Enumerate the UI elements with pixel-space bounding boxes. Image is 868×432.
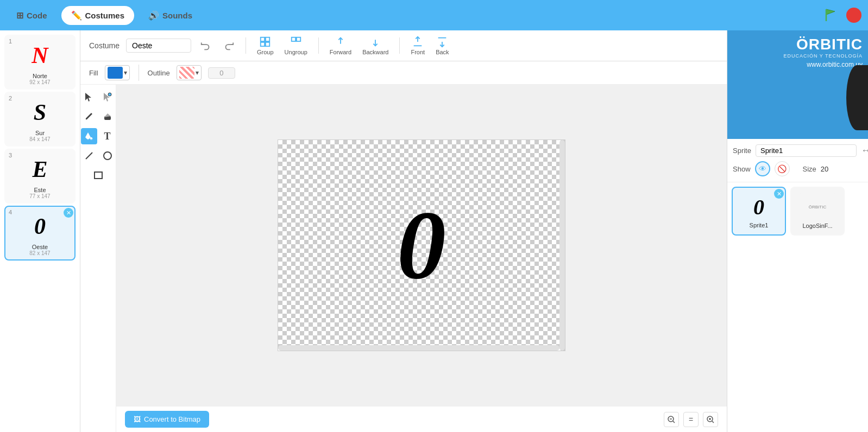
sprite-tile-sprite1[interactable]: ✕ 0 Sprite1 [732,187,786,236]
stage-preview: ÖRBITIC EDUCACIÓN Y TECNOLOGÍA www.orbit… [727,30,868,139]
costume-name-este: Este [34,187,46,193]
costume-num-2: 2 [9,95,12,101]
ungroup-button[interactable]: Ungroup [282,34,310,58]
back-button[interactable]: Back [433,34,451,58]
stage-blob [846,65,868,130]
costume-item-sur[interactable]: 2 S Sur 84 x 147 [4,92,76,147]
undo-button[interactable] [198,37,214,54]
sprite1-preview: 0 [753,194,764,220]
fill-color-button[interactable]: ▾ [105,65,130,80]
eraser-tool[interactable] [99,109,116,125]
show-hidden-button[interactable]: 🚫 [775,161,790,176]
costume-preview-este: E [21,153,59,186]
fill-dropdown-icon: ▾ [124,69,127,77]
reshape-tool[interactable] [99,89,116,105]
convert-to-bitmap-button[interactable]: 🖼 Convert to Bitmap [125,411,209,428]
green-flag-button[interactable] [821,5,841,25]
front-label: Front [411,49,425,55]
sprite-name-input[interactable] [756,144,857,157]
svg-point-12 [108,93,111,96]
tab-code[interactable]: ⊞ Code [7,6,57,25]
canvas-scroll-horizontal[interactable] [278,345,559,351]
outline-color-button[interactable]: ▾ [177,65,202,80]
svg-point-17 [104,152,111,160]
sprite-arrow-icon[interactable]: ↔ [861,145,868,156]
costume-label: Costume [89,41,119,50]
toolbar-sep-1 [246,37,246,54]
svg-rect-4 [261,42,265,46]
zoom-out-button[interactable] [664,412,679,427]
outline-number-input[interactable] [208,67,235,79]
canvas-scroll-vertical[interactable] [559,140,565,351]
logo-name: LogoSinF... [802,223,832,229]
forward-label: Forward [330,49,351,55]
tab-code-label: Code [27,11,47,20]
costume-name-norte: Norte [33,73,47,79]
select-tools-row [81,89,116,105]
svg-rect-6 [291,37,295,41]
redo-button[interactable] [221,37,237,54]
forward-button[interactable]: Forward [328,34,354,58]
fill-sep [139,65,139,81]
select-tool[interactable] [81,89,97,105]
costume-size-oeste: 82 x 147 [29,250,50,256]
rect-tools-row [90,167,106,183]
sprite-tile-logo[interactable]: ÖRBITIC LogoSinF... [790,187,845,236]
svg-rect-2 [261,37,265,41]
editor-toolbar: Costume Group Ungroup [80,30,727,61]
code-icon: ⊞ [16,10,23,21]
costume-name-input[interactable] [126,39,191,53]
show-row: Show 👁 🚫 Size 20 [733,161,863,176]
text-tool[interactable]: T [99,128,116,144]
zoom-reset-icon: = [689,415,693,424]
costume-item-este[interactable]: 3 E Este 77 x 147 [4,149,76,204]
convert-icon: 🖼 [134,415,141,423]
costume-num-3: 3 [9,152,12,158]
line-tool[interactable] [81,148,97,164]
svg-marker-10 [85,93,91,101]
sounds-icon: 🔊 [148,10,159,21]
costume-preview-sur: S [21,96,59,129]
canvas-bg[interactable]: 0 [278,139,565,351]
ungroup-label: Ungroup [285,49,307,55]
sprite-label: Sprite [733,147,751,155]
outline-swatch [179,67,194,79]
zoom-in-button[interactable] [703,412,718,427]
red-stop-button[interactable] [846,8,861,23]
canvas-and-tools: T [80,85,727,432]
costume-item-norte[interactable]: 1 N Norte 92 x 147 [4,35,76,90]
canvas-letter: 0 [397,196,446,294]
brush-tool[interactable] [81,109,97,125]
show-label: Show [733,165,751,173]
costume-delete-oeste[interactable]: ✕ [64,208,73,218]
rect-tool[interactable] [90,167,106,183]
tab-sounds[interactable]: 🔊 Sounds [139,6,202,25]
show-visible-button[interactable]: 👁 [755,161,770,176]
sprite-list: ✕ 0 Sprite1 ÖRBITIC LogoSinF... [727,182,868,240]
fill-tool[interactable] [81,128,97,144]
orbitic-name: ÖRBITIC [783,36,863,53]
canvas-wrapper: 0 [116,85,727,406]
zoom-reset-button[interactable]: = [683,412,699,427]
costume-item-oeste[interactable]: 4 ✕ 0 Oeste 82 x 147 [4,206,76,261]
sprite-delete-sprite1[interactable]: ✕ [774,189,784,199]
costume-name-sur: Sur [35,130,45,136]
tab-costumes[interactable]: ✏️ Costumes [61,6,135,25]
tab-costumes-label: Costumes [85,11,125,20]
line-tools-row [81,148,116,164]
toolbar-sep-2 [318,37,319,54]
front-button[interactable]: Front [408,34,427,58]
sprite-controls: Sprite ↔ Show 👁 🚫 Size 20 [727,139,868,182]
costume-preview-norte: N [21,39,59,72]
back-label: Back [436,49,449,55]
costume-num-1: 1 [9,38,12,45]
group-button[interactable]: Group [255,34,276,58]
backward-button[interactable]: Backward [360,34,391,58]
costume-size-sur: 84 x 147 [29,136,50,142]
svg-line-25 [712,421,714,423]
ellipse-tool[interactable] [99,148,116,164]
backward-label: Backward [362,49,388,55]
right-panel: ÖRBITIC EDUCACIÓN Y TECNOLOGÍA www.orbit… [727,30,868,432]
svg-line-16 [86,153,92,159]
group-label: Group [257,49,274,55]
